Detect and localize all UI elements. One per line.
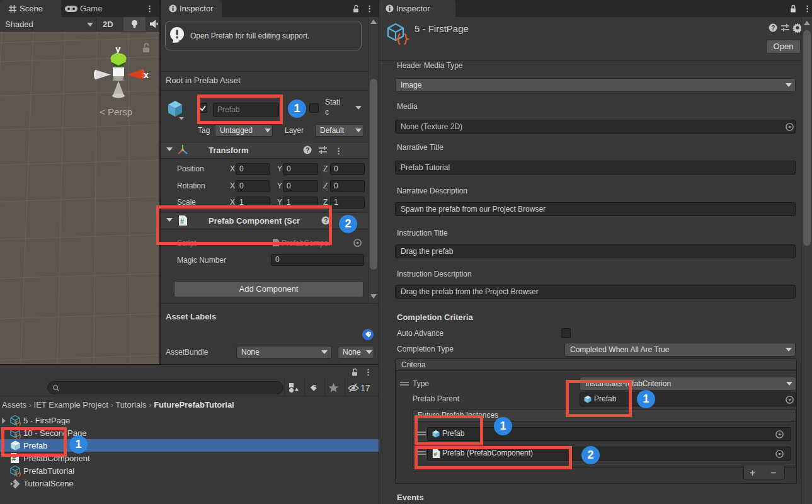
svg-text:y: y [115,43,121,54]
svg-text:x: x [144,70,149,80]
svg-text:?: ? [771,25,775,32]
svg-text:?: ? [306,147,309,154]
